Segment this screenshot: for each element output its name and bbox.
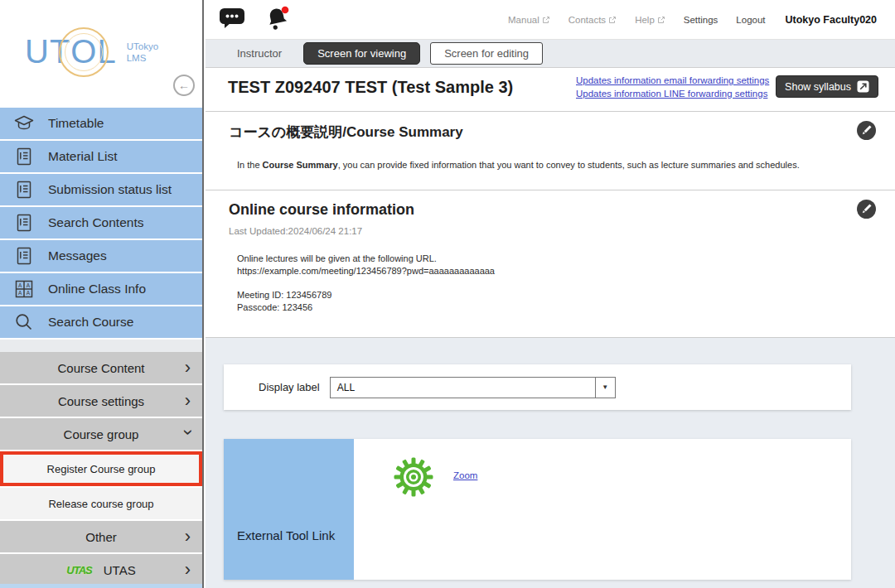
- sidebar-group-label: Other: [85, 530, 117, 544]
- sidebar-bottom-strip: [0, 584, 202, 588]
- contacts-label: Contacts: [568, 15, 606, 25]
- edit-pencil-icon[interactable]: [857, 200, 876, 221]
- sidebar-item-label: Material List: [48, 149, 118, 164]
- manual-label: Manual: [508, 15, 539, 25]
- sidebar-group-course-group[interactable]: Course group ›: [0, 418, 202, 450]
- submission-list-icon: [13, 179, 35, 200]
- sidebar-item-label: Messages: [48, 248, 107, 263]
- svg-text:A: A: [18, 282, 22, 288]
- zoom-link[interactable]: Zoom: [453, 470, 477, 480]
- meeting-url: https://example.com/meeting/123456789?pw…: [237, 265, 872, 277]
- selected-value: ALL: [331, 378, 595, 398]
- sidebar-group-label: Course group: [64, 427, 139, 441]
- external-tool-body: Zoom: [354, 439, 851, 580]
- content-lower-area: Display label ALL ▼ External Tool Link: [206, 338, 895, 588]
- logo-text: UTOL: [25, 33, 117, 70]
- sidebar-item-timetable[interactable]: Timetable: [0, 108, 202, 139]
- display-label-select[interactable]: ALL ▼: [330, 377, 616, 398]
- dropdown-arrow-icon: ▼: [595, 378, 615, 398]
- sidebar-item-label: Timetable: [48, 116, 104, 131]
- external-link-icon: [542, 16, 550, 24]
- sidebar-item-submission-status[interactable]: Submission status list: [0, 174, 202, 205]
- help-label: Help: [635, 15, 655, 25]
- meeting-id: Meeting ID: 123456789: [237, 289, 872, 301]
- show-syllabus-button[interactable]: Show syllabus: [776, 75, 878, 98]
- sidebar-item-online-class-info[interactable]: AAAA Online Class Info: [0, 273, 202, 305]
- sidebar-group-course-content[interactable]: Course Content ›: [0, 352, 202, 383]
- forwarding-links: Updates information email forwarding set…: [576, 75, 769, 99]
- sidebar-subitem-register-course-group[interactable]: Register Course group: [0, 451, 202, 486]
- screen-for-viewing-button[interactable]: Screen for viewing: [303, 42, 420, 65]
- search-contents-icon: [13, 212, 35, 234]
- sidebar-item-label: Search Contents: [48, 215, 143, 230]
- messages-bubble-icon[interactable]: [219, 7, 246, 32]
- sidebar-subitem-label: Release course group: [48, 498, 153, 510]
- course-summary-heading: コースの概要説明/Course Summary: [229, 123, 872, 142]
- online-class-grid-icon: AAAA: [13, 278, 35, 300]
- notification-bell-icon[interactable]: [264, 5, 291, 34]
- display-label-card: Display label ALL ▼: [224, 364, 851, 410]
- magnifier-icon: [13, 311, 35, 333]
- utol-lms-screen: UTOL UTokyoLMS ← Timetable Material List…: [0, 0, 895, 588]
- sidebar-item-search-contents[interactable]: Search Contents: [0, 207, 202, 239]
- logo-o-ring: O: [70, 33, 97, 70]
- show-syllabus-label: Show syllabus: [785, 81, 851, 93]
- utas-logo-icon: UTAS: [66, 564, 91, 576]
- chevron-right-icon: ›: [185, 359, 191, 377]
- sidebar-spacer: [0, 340, 202, 352]
- svg-text:A: A: [27, 290, 31, 296]
- role-label: Instructor: [237, 47, 282, 60]
- online-course-body: Online lectures will be given at the fol…: [237, 253, 872, 314]
- sidebar-subitem-label: Register Course group: [47, 463, 156, 475]
- last-updated-text: Last Updated:2024/06/24 21:17: [229, 226, 872, 236]
- sidebar-item-label: Online Class Info: [48, 282, 146, 296]
- utol-logo: UTOL UTokyoLMS: [25, 33, 158, 70]
- sidebar-item-label: Search Course: [48, 315, 133, 330]
- material-list-icon: [13, 146, 35, 167]
- sidebar-subitem-release-course-group[interactable]: Release course group: [0, 488, 202, 519]
- svg-text:A: A: [18, 290, 22, 296]
- sidebar-item-material-list[interactable]: Material List: [0, 141, 202, 172]
- user-name: Utokyo Faculty020: [786, 14, 877, 26]
- topbar-link-settings[interactable]: Settings: [684, 15, 718, 25]
- main-area: Manual Contacts Help Settings Logout Uto…: [206, 0, 895, 588]
- external-link-icon: [857, 80, 869, 93]
- display-label-text: Display label: [259, 381, 320, 393]
- edit-pencil-icon[interactable]: [857, 121, 876, 142]
- sidebar-item-label: Submission status list: [48, 182, 172, 197]
- external-tool-panel: External Tool Link: [224, 439, 354, 580]
- line-forwarding-settings-link[interactable]: Updates information LINE forwarding sett…: [576, 89, 769, 99]
- sidebar-item-messages[interactable]: Messages: [0, 240, 202, 272]
- external-link-icon: [608, 16, 617, 24]
- topbar-link-logout[interactable]: Logout: [736, 15, 765, 25]
- external-link-icon: [657, 16, 665, 24]
- online-course-info-section: Online course information Last Updated:2…: [206, 190, 895, 338]
- topbar-link-help[interactable]: Help: [635, 15, 665, 25]
- sidebar-collapse-button[interactable]: ←: [173, 75, 195, 96]
- course-header: TEST Z092407 TEST (Test Sample 3) Update…: [206, 68, 895, 112]
- screen-for-editing-button[interactable]: Screen for editing: [430, 42, 543, 65]
- chevron-right-icon: ›: [185, 528, 191, 546]
- chevron-down-icon: ›: [178, 429, 196, 435]
- external-tool-panel-label: External Tool Link: [237, 528, 335, 542]
- online-course-info-heading: Online course information: [229, 201, 872, 219]
- chevron-right-icon: ›: [185, 561, 191, 579]
- messages-icon: [13, 245, 35, 267]
- sidebar-group-label: Course Content: [57, 361, 144, 375]
- topbar: Manual Contacts Help Settings Logout Uto…: [206, 0, 895, 40]
- svg-text:A: A: [27, 282, 31, 288]
- graduation-cap-icon: [13, 113, 35, 134]
- view-mode-bar: Instructor Screen for viewing Screen for…: [206, 40, 895, 68]
- online-lecture-line: Online lectures will be given at the fol…: [237, 253, 872, 265]
- sidebar-group-utas[interactable]: UTAS UTAS ›: [0, 554, 202, 586]
- sidebar-item-search-course[interactable]: Search Course: [0, 306, 202, 338]
- sidebar-group-label: Course settings: [58, 394, 144, 408]
- course-summary-section: コースの概要説明/Course Summary In the Course Su…: [206, 112, 895, 190]
- email-forwarding-settings-link[interactable]: Updates information email forwarding set…: [576, 75, 769, 85]
- course-title: TEST Z092407 TEST (Test Sample 3): [228, 78, 513, 97]
- sidebar-group-course-settings[interactable]: Course settings ›: [0, 385, 202, 417]
- topbar-link-contacts[interactable]: Contacts: [568, 15, 617, 25]
- topbar-link-manual[interactable]: Manual: [508, 15, 550, 25]
- sidebar-group-label: UTAS: [104, 563, 136, 577]
- sidebar-group-other[interactable]: Other ›: [0, 521, 202, 552]
